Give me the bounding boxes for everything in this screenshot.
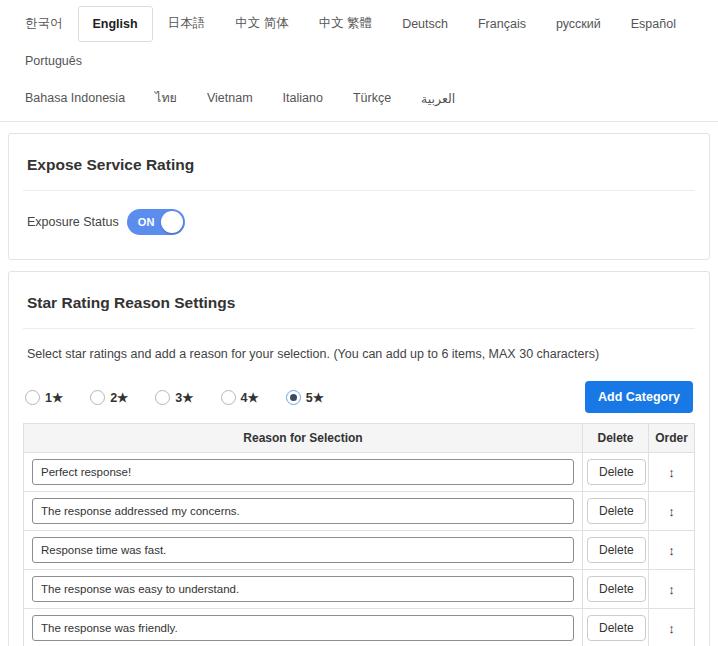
order-drag-handle-icon[interactable]: ↕ — [662, 503, 681, 520]
tab-russian[interactable]: русский — [541, 6, 616, 42]
reason-input-5[interactable] — [32, 615, 574, 641]
radio-circle-icon — [155, 390, 170, 405]
delete-button-3[interactable]: Delete — [587, 537, 646, 563]
radio-5-star-label: 5★ — [306, 390, 324, 405]
radio-circle-icon — [221, 390, 236, 405]
tab-turkish[interactable]: Türkçe — [338, 82, 406, 118]
radio-1-star[interactable]: 1★ — [25, 390, 63, 405]
table-row: Delete ↕ — [24, 570, 695, 609]
delete-button-5[interactable]: Delete — [587, 615, 646, 641]
order-drag-handle-icon[interactable]: ↕ — [662, 620, 681, 637]
tab-thai[interactable]: ไทย — [140, 79, 192, 121]
tab-spanish[interactable]: Español — [616, 6, 691, 42]
radio-3-star[interactable]: 3★ — [155, 390, 193, 405]
header-delete: Delete — [583, 424, 649, 453]
language-tabrow-1: 한국어 English 日本語 中文 简体 中文 繁體 Deutsch Fran… — [10, 4, 708, 79]
table-row: Delete ↕ — [24, 492, 695, 531]
tab-indonesian[interactable]: Bahasa Indonesia — [10, 82, 140, 118]
radio-1-star-label: 1★ — [45, 390, 63, 405]
table-row: Delete ↕ — [24, 531, 695, 570]
ratings-row: 1★ 2★ 3★ 4★ 5★ Add Category — [25, 381, 693, 413]
tab-vietnamese[interactable]: Vietnam — [192, 82, 268, 118]
order-drag-handle-icon[interactable]: ↕ — [662, 581, 681, 598]
expose-service-rating-title: Expose Service Rating — [27, 156, 691, 174]
tab-french[interactable]: Français — [463, 6, 541, 42]
tab-japanese[interactable]: 日本語 — [153, 4, 221, 43]
reason-settings-description: Select star ratings and add a reason for… — [27, 347, 691, 361]
star-rating-reason-title: Star Rating Reason Settings — [27, 294, 691, 312]
language-tabbar: 한국어 English 日本語 中文 简体 中文 繁體 Deutsch Fran… — [0, 0, 718, 122]
star-rating-radio-group: 1★ 2★ 3★ 4★ 5★ — [25, 390, 351, 405]
tab-arabic[interactable]: العربية — [406, 82, 470, 119]
table-row: Delete ↕ — [24, 609, 695, 646]
radio-circle-icon — [286, 390, 301, 405]
radio-3-star-label: 3★ — [175, 390, 193, 405]
exposure-status-row: Exposure Status ON — [27, 209, 691, 235]
exposure-status-label: Exposure Status — [27, 215, 119, 229]
toggle-knob — [161, 211, 183, 233]
table-row: Delete ↕ — [24, 453, 695, 492]
radio-circle-icon — [25, 390, 40, 405]
tab-chinese-traditional[interactable]: 中文 繁體 — [304, 4, 387, 43]
delete-button-1[interactable]: Delete — [587, 459, 646, 485]
star-rating-reason-card: Star Rating Reason Settings Select star … — [8, 271, 710, 646]
tab-portuguese[interactable]: Português — [10, 43, 97, 79]
table-header-row: Reason for Selection Delete Order — [24, 424, 695, 453]
card-divider — [23, 328, 695, 329]
radio-circle-icon — [90, 390, 105, 405]
reason-input-4[interactable] — [32, 576, 574, 602]
radio-2-star-label: 2★ — [110, 390, 128, 405]
tab-chinese-simplified[interactable]: 中文 简体 — [220, 4, 303, 43]
radio-4-star-label: 4★ — [241, 390, 259, 405]
reason-input-1[interactable] — [32, 459, 574, 485]
exposure-status-toggle[interactable]: ON — [127, 209, 185, 235]
radio-2-star[interactable]: 2★ — [90, 390, 128, 405]
tab-german[interactable]: Deutsch — [387, 6, 463, 42]
order-drag-handle-icon[interactable]: ↕ — [662, 542, 681, 559]
order-drag-handle-icon[interactable]: ↕ — [662, 464, 681, 481]
tab-korean[interactable]: 한국어 — [10, 4, 78, 43]
tab-italian[interactable]: Italiano — [268, 82, 338, 118]
delete-button-4[interactable]: Delete — [587, 576, 646, 602]
header-order: Order — [649, 424, 695, 453]
card-divider — [23, 190, 695, 191]
reason-input-3[interactable] — [32, 537, 574, 563]
toggle-on-label: ON — [138, 216, 155, 228]
tab-english[interactable]: English — [78, 6, 153, 42]
reason-input-2[interactable] — [32, 498, 574, 524]
radio-4-star[interactable]: 4★ — [221, 390, 259, 405]
radio-5-star[interactable]: 5★ — [286, 390, 324, 405]
add-category-button[interactable]: Add Category — [585, 381, 693, 413]
reasons-table: Reason for Selection Delete Order Delete… — [23, 423, 695, 646]
delete-button-2[interactable]: Delete — [587, 498, 646, 524]
header-reason-for-selection: Reason for Selection — [24, 424, 583, 453]
language-tabrow-2: Bahasa Indonesia ไทย Vietnam Italiano Tü… — [10, 79, 708, 121]
expose-service-rating-card: Expose Service Rating Exposure Status ON — [8, 133, 710, 260]
